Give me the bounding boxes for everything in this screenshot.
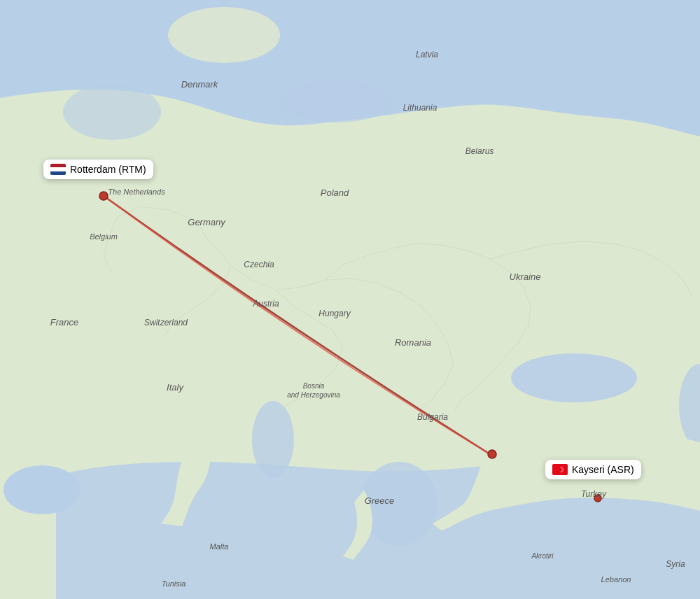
svg-point-74 [99,192,108,200]
svg-text:Belarus: Belarus [465,146,494,156]
map-svg: Denmark The Netherlands Belgium Germany … [0,0,700,599]
netherlands-flag [50,164,66,175]
svg-text:France: France [50,317,78,327]
svg-text:Denmark: Denmark [181,79,219,90]
svg-text:Tunisia: Tunisia [162,579,186,588]
svg-text:The Netherlands: The Netherlands [108,188,165,196]
svg-text:Bulgaria: Bulgaria [417,412,448,422]
svg-point-7 [511,353,637,402]
svg-text:Lithuania: Lithuania [403,103,438,113]
svg-text:Belgium: Belgium [90,232,118,241]
svg-point-9 [252,401,294,478]
svg-text:Germany: Germany [188,217,226,227]
map-container: Denmark The Netherlands Belgium Germany … [0,0,700,599]
svg-text:Romania: Romania [395,337,431,348]
rotterdam-label[interactable]: Rotterdam (RTM) [43,160,153,179]
svg-text:Czechia: Czechia [244,260,274,269]
svg-text:Poland: Poland [321,188,349,198]
kayseri-label[interactable]: Kayseri (ASR) [545,460,641,479]
svg-point-75 [488,450,496,458]
svg-text:Syria: Syria [666,559,685,569]
svg-point-6 [280,80,392,122]
svg-text:Turkey: Turkey [581,489,607,499]
rotterdam-text: Rotterdam (RTM) [70,164,146,175]
svg-text:Ukraine: Ukraine [510,272,541,282]
svg-text:Italy: Italy [167,382,184,393]
svg-text:Malta: Malta [210,542,229,551]
kayseri-text: Kayseri (ASR) [572,464,634,475]
svg-text:Greece: Greece [365,495,395,506]
svg-text:Hungary: Hungary [318,309,351,318]
svg-text:Austria: Austria [252,299,279,309]
svg-point-5 [63,84,161,140]
svg-text:Switzerland: Switzerland [144,318,188,327]
turkey-flag [552,464,568,475]
svg-text:Latvia: Latvia [416,50,438,59]
svg-point-1 [168,7,280,63]
svg-text:Lebanon: Lebanon [601,575,631,584]
svg-text:Akrotiri: Akrotiri [531,552,554,560]
svg-text:and Herzegovina: and Herzegovina [287,391,340,399]
svg-text:Bosnia: Bosnia [303,382,325,390]
